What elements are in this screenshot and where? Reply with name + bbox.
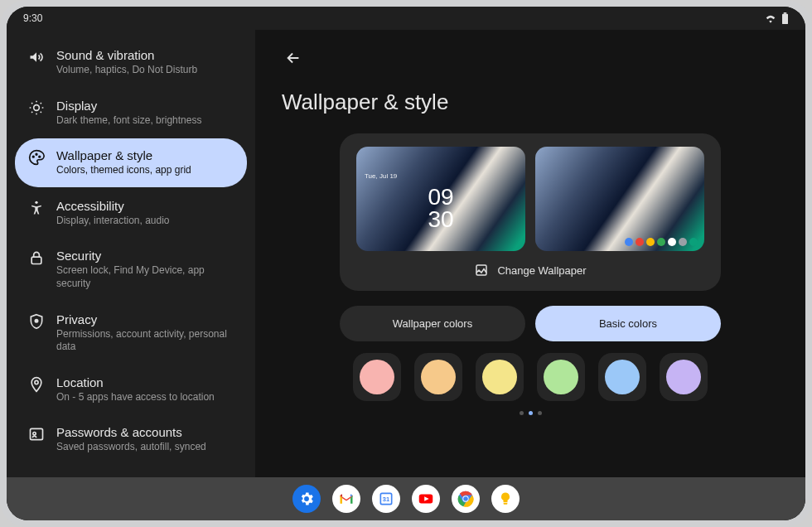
- sidebar-item-accessibility[interactable]: AccessibilityDisplay, interaction, audio: [15, 189, 247, 238]
- lock-screen-preview[interactable]: Tue, Jul 19 0930: [356, 147, 525, 251]
- settings-sidebar: Sound & vibrationVolume, haptics, Do Not…: [7, 30, 255, 477]
- swatch-pager: [282, 411, 779, 415]
- tab-basic-colors[interactable]: Basic colors: [535, 306, 721, 341]
- page-title: Wallpaper & style: [282, 89, 779, 115]
- svg-rect-10: [31, 429, 43, 440]
- content-row: Sound & vibrationVolume, haptics, Do Not…: [7, 30, 805, 477]
- svg-point-8: [35, 319, 37, 322]
- color-swatch-1[interactable]: [353, 353, 401, 401]
- shield-icon: [28, 313, 45, 330]
- sidebar-item-label: Sound & vibration: [56, 48, 197, 62]
- wifi-icon: [765, 13, 776, 23]
- tab-wallpaper-colors[interactable]: Wallpaper colors: [340, 306, 525, 341]
- color-swatch-5[interactable]: [598, 353, 646, 401]
- svg-point-2: [34, 104, 40, 110]
- dock-app-gmail[interactable]: [332, 485, 360, 513]
- wallpaper-change-icon: [474, 263, 489, 278]
- back-button[interactable]: [282, 46, 305, 70]
- dock-app-settings[interactable]: [292, 485, 321, 513]
- sidebar-item-passwords[interactable]: Passwords & accountsSaved passwords, aut…: [15, 415, 247, 464]
- accessibility-icon: [28, 200, 45, 216]
- location-icon: [28, 376, 45, 393]
- sidebar-item-sub: Permissions, account activity, personal …: [56, 328, 230, 354]
- dock-app-calendar[interactable]: 31: [372, 485, 400, 513]
- dock-app-chrome[interactable]: [452, 485, 480, 513]
- pager-dot[interactable]: [520, 411, 524, 415]
- preview-date: Tue, Jul 19: [365, 172, 397, 180]
- sidebar-item-privacy[interactable]: PrivacyPermissions, account activity, pe…: [15, 302, 247, 364]
- brightness-icon: [28, 99, 45, 116]
- wallpaper-preview-card: Tue, Jul 19 0930: [340, 133, 721, 291]
- svg-point-5: [39, 157, 41, 158]
- pager-dot[interactable]: [529, 411, 533, 415]
- detail-pane: Wallpaper & style Tue, Jul 19 0930: [255, 30, 805, 477]
- svg-rect-1: [784, 12, 787, 14]
- sidebar-item-sub: Screen lock, Find My Device, app securit…: [56, 264, 230, 290]
- home-screen-preview[interactable]: [535, 147, 704, 251]
- sidebar-item-label: Privacy: [56, 312, 230, 326]
- palette-icon: [28, 149, 45, 166]
- tablet-screen: 9:30 Sound & vibrationVolume, haptics, D…: [7, 7, 805, 520]
- sidebar-item-label: Passwords & accounts: [56, 425, 206, 439]
- color-swatch-2[interactable]: [414, 353, 462, 401]
- svg-point-6: [35, 201, 37, 203]
- sidebar-item-label: Wallpaper & style: [56, 148, 191, 162]
- svg-point-4: [36, 154, 37, 156]
- account-icon: [28, 426, 45, 442]
- sidebar-item-sub: Saved passwords, autofill, synced: [56, 441, 206, 454]
- sidebar-item-sub: Volume, haptics, Do Not Disturb: [56, 64, 197, 77]
- sidebar-item-security[interactable]: SecurityScreen lock, Find My Device, app…: [15, 239, 247, 300]
- status-time: 9:30: [23, 12, 42, 24]
- svg-point-9: [35, 380, 38, 384]
- svg-rect-7: [31, 258, 41, 264]
- sidebar-item-sub: Dark theme, font size, brightness: [56, 114, 201, 128]
- sidebar-item-sub: On - 5 apps have access to location: [56, 391, 215, 404]
- pager-dot[interactable]: [538, 411, 542, 415]
- status-icons: [765, 12, 789, 24]
- status-bar: 9:30: [7, 7, 805, 30]
- lock-icon: [28, 249, 45, 266]
- sidebar-item-label: Display: [56, 99, 201, 113]
- sidebar-item-sub: Colors, themed icons, app grid: [56, 164, 191, 177]
- sidebar-item-display[interactable]: DisplayDark theme, font size, brightness: [15, 89, 247, 138]
- dock-app-keep[interactable]: [491, 485, 520, 513]
- svg-point-11: [33, 433, 36, 435]
- sidebar-item-sound[interactable]: Sound & vibrationVolume, haptics, Do Not…: [15, 38, 247, 87]
- sidebar-item-label: Security: [56, 249, 230, 263]
- svg-text:31: 31: [383, 496, 389, 503]
- preview-dock: [625, 238, 698, 246]
- color-source-tabs: Wallpaper colors Basic colors: [340, 306, 721, 341]
- sidebar-item-label: Accessibility: [56, 199, 170, 213]
- system-dock: 31: [7, 477, 805, 520]
- svg-point-18: [463, 496, 468, 501]
- color-swatch-3[interactable]: [476, 353, 524, 401]
- color-swatch-4[interactable]: [537, 353, 585, 401]
- change-wallpaper-button[interactable]: Change Wallpaper: [355, 261, 706, 279]
- svg-point-3: [32, 157, 34, 158]
- color-swatches: [323, 353, 737, 401]
- battery-icon: [781, 12, 789, 24]
- dock-app-youtube[interactable]: [412, 485, 440, 513]
- sidebar-item-location[interactable]: LocationOn - 5 apps have access to locat…: [15, 365, 247, 414]
- tablet-frame: 9:30 Sound & vibrationVolume, haptics, D…: [0, 0, 812, 527]
- change-wallpaper-label: Change Wallpaper: [497, 264, 586, 277]
- volume-icon: [28, 49, 45, 65]
- sidebar-item-wallpaper[interactable]: Wallpaper & styleColors, themed icons, a…: [15, 138, 247, 187]
- color-swatch-6[interactable]: [660, 353, 708, 401]
- preview-clock: 0930: [428, 186, 453, 230]
- sidebar-item-sub: Display, interaction, audio: [56, 215, 170, 228]
- svg-rect-19: [504, 503, 508, 505]
- svg-rect-0: [782, 14, 788, 24]
- sidebar-item-label: Location: [56, 375, 215, 389]
